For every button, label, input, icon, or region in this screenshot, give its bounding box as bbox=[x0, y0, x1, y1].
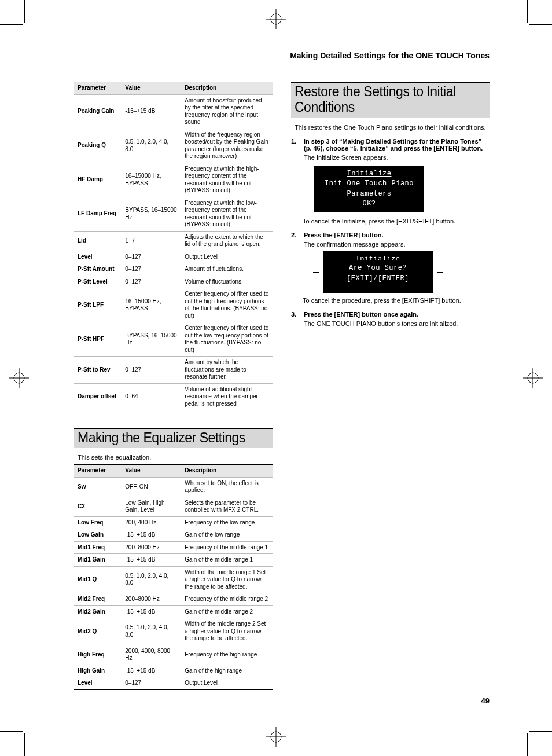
table-row: Mid2 Q0.5, 1.0, 2.0, 4.0, 8.0Width of th… bbox=[74, 618, 273, 645]
col-header: Parameter bbox=[74, 82, 122, 95]
crop-mark bbox=[0, 24, 23, 25]
table-row: High Gain-15–+15 dBGain of the high rang… bbox=[74, 665, 273, 677]
cell-param: P-Sft LPF bbox=[74, 288, 122, 322]
cell-param: P-Sft Level bbox=[74, 276, 122, 288]
col-header: Parameter bbox=[74, 465, 122, 478]
cell-param: P-Sft to Rev bbox=[74, 357, 122, 384]
crop-mark bbox=[0, 731, 23, 732]
cell-desc: Width of the middle range 2 Set a higher… bbox=[181, 618, 273, 645]
cell-value: 1–7 bbox=[122, 231, 181, 251]
step-2: 2. Press the [ENTER] button. The confirm… bbox=[291, 232, 490, 248]
cell-desc: Frequency of the middle range 2 bbox=[181, 593, 273, 606]
crop-mark bbox=[24, 0, 25, 23]
cell-value: -15–+15 dB bbox=[122, 529, 181, 542]
cell-param: Level bbox=[74, 677, 122, 690]
table-row: Low Freq200, 400 HzFrequency of the low … bbox=[74, 516, 273, 529]
table-row: LF Damp FreqBYPASS, 16–15000 HzFrequency… bbox=[74, 197, 273, 231]
step-1: 1. In step 3 of “Making Detailed Setting… bbox=[291, 138, 490, 161]
cell-value: 2000, 4000, 8000 Hz bbox=[122, 645, 181, 665]
lcd-title-truncated: Initialize bbox=[329, 255, 427, 260]
lcd-screen-initialize: Initialize Init One Touch Piano Paramete… bbox=[314, 166, 424, 213]
step-3: 3. Press the [ENTER] button once again. … bbox=[291, 311, 490, 327]
cell-param: Low Freq bbox=[74, 516, 122, 529]
cell-value: 0–127 bbox=[122, 263, 181, 276]
cell-param: Peaking Q bbox=[74, 129, 122, 163]
parameter-table-top: Parameter Value Description Peaking Gain… bbox=[74, 82, 273, 410]
crop-mark bbox=[529, 731, 552, 732]
cell-param: Peaking Gain bbox=[74, 94, 122, 129]
table-row: Level0–127Output Level bbox=[74, 251, 273, 263]
cell-value: -15–+15 dB bbox=[122, 665, 181, 677]
cell-desc: Center frequency of filter used to cut t… bbox=[181, 322, 273, 357]
step-cancel-note: To cancel the procedure, press the [EXIT… bbox=[303, 296, 490, 305]
cell-value: 0–127 bbox=[122, 276, 181, 288]
table-row: Mid1 Freq200–8000 HzFrequency of the mid… bbox=[74, 541, 273, 554]
cell-param: Mid1 Gain bbox=[74, 554, 122, 567]
cell-desc: Frequency of the middle range 1 bbox=[181, 541, 273, 554]
cell-desc: Output Level bbox=[181, 677, 273, 690]
cell-param: Lid bbox=[74, 231, 122, 251]
cell-value: 16–15000 Hz, BYPASS bbox=[122, 288, 181, 322]
cell-value: 0–127 bbox=[122, 677, 181, 690]
table-row: Peaking Gain-15–+15 dBAmount of boost/cu… bbox=[74, 94, 273, 129]
cell-value: Low Gain, High Gain, Level bbox=[122, 497, 181, 516]
cell-desc: Frequency at which the high-frequency co… bbox=[181, 163, 273, 197]
tick-mark bbox=[313, 272, 319, 273]
crop-mark bbox=[529, 24, 552, 25]
table-row: Peaking Q0.5, 1.0, 2.0, 4.0, 8.0Width of… bbox=[74, 129, 273, 163]
cell-param: Mid1 Freq bbox=[74, 541, 122, 554]
cell-desc: Gain of the middle range 1 bbox=[181, 554, 273, 567]
registration-mark-icon bbox=[266, 727, 286, 747]
cell-desc: Width of the frequency region boosted/cu… bbox=[181, 129, 273, 163]
cell-desc: Volume of fluctuations. bbox=[181, 276, 273, 288]
cell-value: 0–127 bbox=[122, 251, 181, 263]
step-instruction: In step 3 of “Making Detailed Settings f… bbox=[304, 138, 490, 152]
step-instruction: Press the [ENTER] button once again. bbox=[304, 311, 490, 318]
cell-value: 0–127 bbox=[122, 357, 181, 384]
cell-value: 0–64 bbox=[122, 383, 181, 410]
table-row: HF Damp16–15000 Hz, BYPASSFrequency at w… bbox=[74, 163, 273, 197]
col-header: Value bbox=[122, 465, 181, 478]
cell-value: 200–8000 Hz bbox=[122, 541, 181, 554]
cell-param: Damper offset bbox=[74, 383, 122, 410]
table-row: P-Sft HPFBYPASS, 16–15000 HzCenter frequ… bbox=[74, 322, 273, 357]
cell-param: Sw bbox=[74, 477, 122, 497]
cell-desc: Width of the middle range 1 Set a higher… bbox=[181, 566, 273, 593]
cell-param: High Freq bbox=[74, 645, 122, 665]
table-row: Mid2 Freq200–8000 HzFrequency of the mid… bbox=[74, 593, 273, 606]
col-header: Value bbox=[122, 82, 181, 95]
table-row: C2Low Gain, High Gain, LevelSelects the … bbox=[74, 497, 273, 516]
step-cancel-note: To cancel the Initialize, press the [EXI… bbox=[303, 217, 490, 226]
table-row: Mid1 Gain-15–+15 dBGain of the middle ra… bbox=[74, 554, 273, 567]
step-instruction: Press the [ENTER] button. bbox=[304, 232, 490, 238]
cell-value: 0.5, 1.0, 2.0, 4.0, 8.0 bbox=[122, 566, 181, 593]
cell-param: P-Sft HPF bbox=[74, 322, 122, 357]
cell-param: Mid1 Q bbox=[74, 566, 122, 593]
cell-desc: Gain of the middle range 2 bbox=[181, 605, 273, 618]
cell-value: BYPASS, 16–15000 Hz bbox=[122, 197, 181, 231]
step-number: 3. bbox=[291, 311, 299, 327]
table-row: Low Gain-15–+15 dBGain of the low range bbox=[74, 529, 273, 542]
cell-value: -15–+15 dB bbox=[122, 605, 181, 618]
crop-mark bbox=[24, 733, 25, 756]
step-note: The ONE TOUCH PIANO button's tones are i… bbox=[304, 320, 490, 327]
cell-value: OFF, ON bbox=[122, 477, 181, 497]
cell-param: LF Damp Freq bbox=[74, 197, 122, 231]
cell-param: Level bbox=[74, 251, 122, 263]
cell-value: 200, 400 Hz bbox=[122, 516, 181, 529]
cell-desc: Output Level bbox=[181, 251, 273, 263]
table-row: P-Sft Level0–127Volume of fluctuations. bbox=[74, 276, 273, 288]
cell-param: P-Sft Amount bbox=[74, 263, 122, 276]
col-header: Description bbox=[181, 82, 273, 95]
cell-desc: Selects the parameter to be controlled w… bbox=[181, 497, 273, 516]
cell-desc: Frequency of the high range bbox=[181, 645, 273, 665]
equalizer-heading: Making the Equalizer Settings bbox=[74, 428, 273, 448]
table-row: Lid1–7Adjusts the extent to which the li… bbox=[74, 231, 273, 251]
cell-value: 0.5, 1.0, 2.0, 4.0, 8.0 bbox=[122, 129, 181, 163]
table-row: P-Sft Amount0–127Amount of fluctuations. bbox=[74, 263, 273, 276]
cell-desc: Amount by which the fluctuations are mad… bbox=[181, 357, 273, 384]
cell-param: Mid2 Q bbox=[74, 618, 122, 645]
cell-param: Mid2 Gain bbox=[74, 605, 122, 618]
table-row: Mid1 Q0.5, 1.0, 2.0, 4.0, 8.0Width of th… bbox=[74, 566, 273, 593]
cell-value: 16–15000 Hz, BYPASS bbox=[122, 163, 181, 197]
